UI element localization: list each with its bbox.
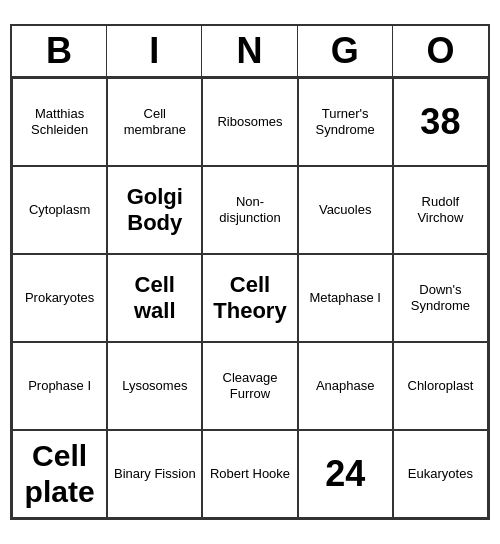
bingo-cell-24: Eukaryotes <box>393 430 488 518</box>
header-letter-g: G <box>298 26 393 76</box>
bingo-cell-14: Down's Syndrome <box>393 254 488 342</box>
header-letter-o: O <box>393 26 488 76</box>
bingo-cell-12: Cell Theory <box>202 254 297 342</box>
bingo-card: BINGO Matthias SchleidenCell membraneRib… <box>10 24 490 520</box>
header-letter-n: N <box>202 26 297 76</box>
bingo-header: BINGO <box>12 26 488 78</box>
bingo-cell-23: 24 <box>298 430 393 518</box>
bingo-cell-1: Cell membrane <box>107 78 202 166</box>
bingo-cell-21: Binary Fission <box>107 430 202 518</box>
bingo-cell-18: Anaphase <box>298 342 393 430</box>
bingo-cell-8: Vacuoles <box>298 166 393 254</box>
bingo-cell-16: Lysosomes <box>107 342 202 430</box>
header-letter-b: B <box>12 26 107 76</box>
bingo-cell-19: Chloroplast <box>393 342 488 430</box>
bingo-cell-11: Cell wall <box>107 254 202 342</box>
header-letter-i: I <box>107 26 202 76</box>
bingo-cell-17: Cleavage Furrow <box>202 342 297 430</box>
bingo-cell-5: Cytoplasm <box>12 166 107 254</box>
bingo-cell-10: Prokaryotes <box>12 254 107 342</box>
bingo-cell-3: Turner's Syndrome <box>298 78 393 166</box>
bingo-cell-0: Matthias Schleiden <box>12 78 107 166</box>
bingo-cell-22: Robert Hooke <box>202 430 297 518</box>
bingo-cell-9: Rudolf Virchow <box>393 166 488 254</box>
bingo-cell-6: Golgi Body <box>107 166 202 254</box>
bingo-cell-4: 38 <box>393 78 488 166</box>
bingo-cell-13: Metaphase I <box>298 254 393 342</box>
bingo-cell-15: Prophase I <box>12 342 107 430</box>
bingo-grid: Matthias SchleidenCell membraneRibosomes… <box>12 78 488 518</box>
bingo-cell-7: Non-disjunction <box>202 166 297 254</box>
bingo-cell-20: Cell plate <box>12 430 107 518</box>
bingo-cell-2: Ribosomes <box>202 78 297 166</box>
